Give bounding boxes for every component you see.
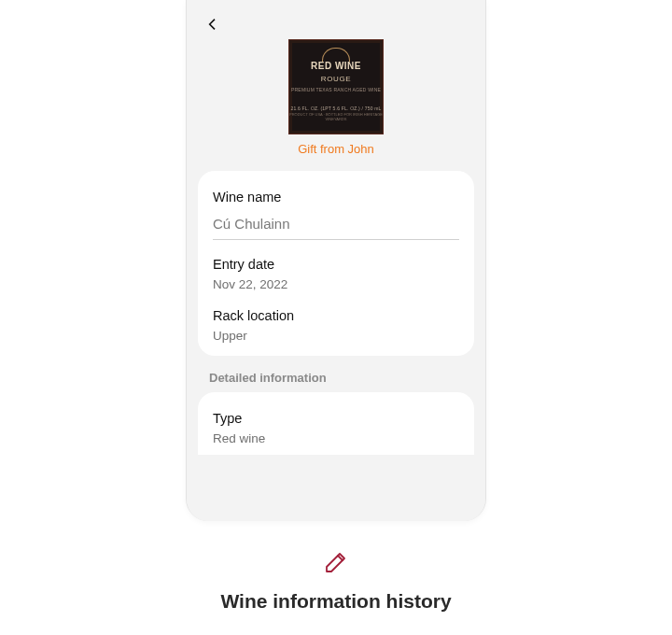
type-label: Type bbox=[213, 411, 459, 426]
wine-label-line5: PRODUCT OF USA · BOTTLED FOR IRISH HERIT… bbox=[289, 112, 383, 121]
caption-text[interactable]: Gift from John bbox=[298, 142, 374, 156]
type-field[interactable]: Type Red wine bbox=[213, 405, 459, 451]
wine-label-line1: RED WINE bbox=[311, 61, 361, 71]
wine-label-line4: 21.6 FL. OZ. (1PT 5.6 FL. OZ.) / 750 mL bbox=[290, 106, 381, 111]
entry-date-value: Nov 22, 2022 bbox=[213, 277, 459, 291]
detailed-info-card: Type Red wine bbox=[198, 392, 474, 455]
main-info-card: Wine name Entry date Nov 22, 2022 Rack l… bbox=[198, 171, 474, 356]
wine-name-input[interactable] bbox=[213, 210, 459, 240]
wine-name-label: Wine name bbox=[213, 190, 459, 205]
entry-date-field[interactable]: Entry date Nov 22, 2022 bbox=[213, 251, 459, 303]
entry-date-label: Entry date bbox=[213, 257, 459, 272]
wine-label-line3: PREMIUM TEXAS RANCH AGED WINE bbox=[291, 87, 381, 92]
wine-label-line2: ROUGE bbox=[321, 75, 351, 83]
rack-location-label: Rack location bbox=[213, 308, 459, 323]
section-header-detailed: Detailed information bbox=[187, 367, 485, 392]
rack-location-value: Upper bbox=[213, 329, 459, 343]
chevron-left-icon bbox=[205, 17, 220, 32]
footer-title: Wine information history bbox=[220, 590, 451, 613]
wine-label-image[interactable]: RED WINE ROUGE PREMIUM TEXAS RANCH AGED … bbox=[288, 39, 384, 134]
rack-location-field[interactable]: Rack location Upper bbox=[213, 303, 459, 348]
pencil-icon bbox=[321, 547, 351, 577]
type-value: Red wine bbox=[213, 431, 459, 445]
phone-frame: RED WINE ROUGE PREMIUM TEXAS RANCH AGED … bbox=[186, 0, 486, 521]
back-button[interactable] bbox=[200, 11, 226, 37]
wine-name-field[interactable]: Wine name bbox=[213, 184, 459, 251]
